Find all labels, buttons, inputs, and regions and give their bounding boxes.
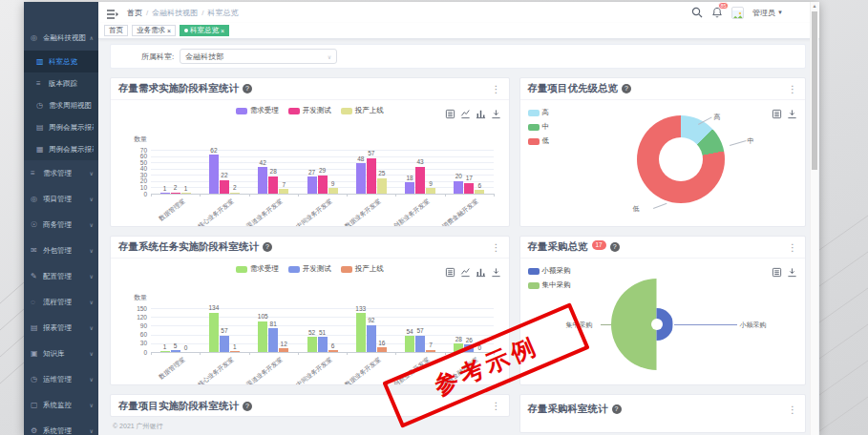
tab-business-demand[interactable]: 业务需求× (132, 25, 176, 36)
chevron-down-icon: ∨ (88, 221, 94, 228)
help-icon[interactable]: ? (612, 404, 622, 414)
legend-item[interactable]: 小额采购 (528, 266, 571, 276)
user-menu[interactable]: 管理员 ▼ (752, 8, 783, 18)
bar-需求受理[interactable] (454, 181, 463, 194)
chart-toolbox (772, 267, 797, 278)
sidebar-item-config-mgmt[interactable]: ✎配置管理∨ (24, 263, 98, 289)
bar-投产上线[interactable] (181, 193, 191, 194)
sidebar-item-system-mgmt[interactable]: ⚙系统管理∨ (24, 418, 98, 435)
bar-chart-icon[interactable] (476, 267, 486, 278)
close-tab-icon[interactable]: × (167, 28, 171, 34)
sidebar-item-label: 金融科技视图 (43, 33, 86, 43)
help-icon[interactable]: ? (263, 242, 272, 252)
sidebar-item-project-mgmt[interactable]: ◎项目管理∨ (24, 186, 98, 212)
legend-item[interactable]: 投产上线 (341, 106, 384, 115)
bar-投产上线[interactable] (279, 348, 288, 352)
sidebar-item-business-mgmt[interactable]: ☉商务管理∨ (24, 212, 98, 238)
book-icon: ▣ (31, 349, 40, 358)
scroll-up-icon[interactable]: ▲ (811, 2, 818, 10)
sidebar-item-label: 需求周期视图 (49, 101, 92, 111)
breadcrumb-fintech-view[interactable]: 金融科技视图 (152, 8, 198, 18)
bar-需求受理[interactable] (405, 182, 414, 194)
avatar[interactable] (731, 7, 744, 19)
data-view-icon[interactable] (445, 109, 455, 119)
sidebar-item-weekly-report-project[interactable]: ▤周例会展示报表-项目 (24, 116, 98, 138)
legend-item[interactable]: 需求受理 (236, 106, 279, 115)
sidebar-item-report-mgmt[interactable]: ▤报表管理∨ (24, 315, 98, 341)
legend-item[interactable]: 需求受理 (236, 264, 279, 274)
bar-需求受理[interactable] (405, 336, 414, 352)
help-icon[interactable]: ? (622, 84, 631, 93)
bar-需求受理[interactable] (307, 337, 317, 352)
sidebar-item-dept-overview[interactable]: ▥科室总览 (24, 51, 98, 72)
bar-需求受理[interactable] (160, 193, 170, 194)
legend-item[interactable]: 低 (528, 136, 550, 146)
more-options-icon[interactable]: ⋮ (788, 404, 797, 415)
more-options-icon[interactable]: ⋮ (492, 242, 501, 253)
bell-icon[interactable]: 85 (711, 7, 723, 18)
data-view-icon[interactable] (772, 109, 782, 119)
sidebar-item-demand-cycle-view[interactable]: ◷需求周期视图 (24, 94, 98, 116)
legend-item[interactable]: 高 (528, 108, 550, 117)
sidebar-item-ops-mgmt[interactable]: ◷运维管理∨ (24, 366, 98, 392)
legend-item[interactable]: 开发测试 (288, 106, 331, 115)
bar-需求受理[interactable] (160, 351, 170, 352)
tab-home[interactable]: 首页 (104, 25, 128, 36)
sidebar-item-weekly-report-procurement[interactable]: ▦周例会展示报表-采购 (24, 138, 98, 160)
card-procurement-dept: 存量采购科室统计 ? ⋮ (519, 394, 807, 433)
bar-投产上线[interactable] (279, 189, 288, 194)
sidebar-item-demand-mgmt[interactable]: ≡需求管理∨ (24, 160, 98, 186)
dept-select[interactable]: 金融科技部 ∨ (180, 49, 337, 64)
bar-需求受理[interactable] (307, 176, 317, 194)
download-icon[interactable] (491, 267, 501, 278)
legend-item[interactable]: 投产上线 (341, 264, 384, 274)
line-chart-icon[interactable] (460, 109, 471, 119)
bar-投产上线[interactable] (328, 350, 338, 352)
bar-投产上线[interactable] (230, 351, 240, 352)
bar-开发测试[interactable] (171, 193, 180, 194)
sidebar-item-fintech-view[interactable]: ◎金融科技视图∧ (24, 25, 98, 51)
data-view-icon[interactable] (445, 267, 455, 278)
search-icon[interactable] (691, 7, 703, 18)
bar-投产上线[interactable] (475, 190, 484, 194)
bar-chart-icon[interactable] (476, 109, 486, 119)
bar-投产上线[interactable] (328, 188, 338, 194)
more-options-icon[interactable]: ⋮ (492, 84, 501, 94)
help-icon[interactable]: ? (610, 242, 620, 252)
scrollbar-thumb[interactable] (812, 11, 817, 170)
bar-投产上线[interactable] (426, 188, 435, 194)
sidebar-item-knowledge-base[interactable]: ▣知识库∨ (24, 341, 98, 366)
more-options-icon[interactable]: ⋮ (788, 84, 797, 94)
more-options-icon[interactable]: ⋮ (492, 401, 501, 411)
sidebar-item-system-monitor[interactable]: ▢系统监控∨ (24, 392, 98, 418)
download-icon[interactable] (787, 109, 797, 119)
dept-select-value: 金融科技部 (185, 52, 223, 62)
pie-label: 小额采购 (740, 321, 767, 330)
sidebar-item-process-mgmt[interactable]: ◌流程管理∨ (24, 289, 98, 315)
data-view-icon[interactable] (772, 267, 782, 278)
scrollbar[interactable]: ▲ (810, 2, 818, 435)
bar-投产上线[interactable] (230, 193, 240, 194)
sidebar-item-label: 系统监控 (43, 401, 72, 410)
hamburger-icon[interactable] (106, 7, 119, 18)
close-tab-icon[interactable]: × (221, 28, 224, 34)
line-chart-icon[interactable] (460, 267, 471, 278)
help-icon[interactable]: ? (243, 84, 252, 93)
bar-chart-icon: ▥ (36, 57, 46, 66)
download-icon[interactable] (787, 267, 797, 278)
download-icon[interactable] (491, 109, 501, 119)
sidebar-item-version-tracking[interactable]: ≡版本跟踪 (24, 72, 98, 94)
tab-dept-overview[interactable]: 科室总览× (180, 25, 229, 36)
legend-item[interactable]: 集中采购 (528, 280, 571, 290)
bar-投产上线[interactable] (377, 178, 387, 194)
legend-item[interactable]: 开发测试 (288, 264, 331, 274)
sidebar-item-outsourcing-mgmt[interactable]: ✉外包管理∨ (24, 238, 98, 263)
bar-开发测试[interactable] (171, 350, 180, 352)
more-options-icon[interactable]: ⋮ (788, 242, 797, 253)
bar-投产上线[interactable] (377, 347, 387, 352)
breadcrumb-home[interactable]: 首页 (127, 8, 142, 18)
bar-需求受理[interactable] (356, 163, 366, 194)
help-icon[interactable]: ? (243, 402, 252, 411)
legend-item[interactable]: 中 (528, 122, 550, 132)
bar-投产上线[interactable] (426, 350, 435, 352)
